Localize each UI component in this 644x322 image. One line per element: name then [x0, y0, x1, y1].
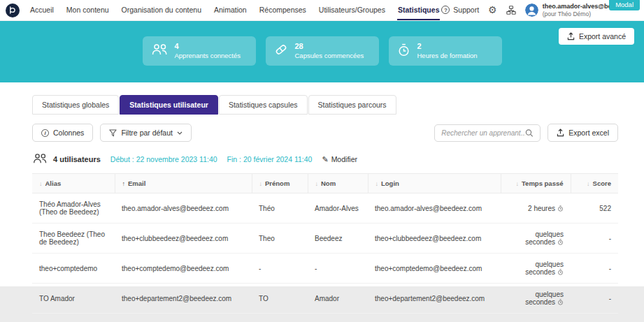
export-advanced-button[interactable]: Export avancé	[559, 28, 634, 45]
stat-card-learners: 4 Apprenants connectés	[143, 36, 256, 66]
table-row[interactable]: TO Amador theo+departement2@beedeez.com …	[32, 284, 618, 314]
info-icon: i	[41, 129, 49, 137]
cell-alias: TO Amador	[32, 284, 115, 314]
help-icon: ?	[441, 6, 450, 14]
sort-icon: ↑	[122, 180, 126, 187]
tab-statistiques-parcours[interactable]: Statistiques parcours	[308, 95, 396, 115]
cell-prenom: Theo	[252, 224, 308, 254]
cell-email: theo.amador-alves@beedeez.com	[115, 193, 252, 224]
stopwatch-icon	[557, 205, 564, 212]
tab-statistiques-utilisateur[interactable]: Statistiques utilisateur	[120, 95, 218, 115]
search-input[interactable]	[441, 129, 525, 137]
cell-score: -	[571, 284, 618, 314]
user-subtitle: (pour Théo Démo)	[543, 10, 634, 17]
sort-icon: ↓	[39, 180, 43, 187]
header-label: Prénom	[265, 180, 289, 187]
nav-accueil[interactable]: Accueil	[29, 0, 55, 20]
nav-utilisateurs-groupes[interactable]: Utilisateurs/Groupes	[318, 0, 386, 20]
tab-statistiques-capsules[interactable]: Statistiques capsules	[219, 95, 308, 115]
cell-prenom: TO	[252, 284, 308, 314]
modify-link[interactable]: ✎ Modifier	[322, 155, 357, 164]
cell-score: -	[571, 224, 618, 254]
users-stats-table: ↓Alias ↑Email ↓Prénom ↓Nom ↓Login ↓Temps…	[32, 173, 618, 314]
header-prenom[interactable]: ↓Prénom	[252, 174, 308, 193]
toolbar-right: Export excel	[434, 124, 618, 142]
cell-score: 522	[571, 193, 618, 224]
sort-icon: ↓	[259, 180, 263, 187]
end-date: Fin : 20 février 2024 11:40	[227, 155, 313, 163]
modal-badge[interactable]: Modal	[609, 0, 640, 10]
stopwatch-icon	[557, 299, 564, 305]
tab-statistiques-globales[interactable]: Statistiques globales	[32, 95, 119, 115]
support-label: Support	[453, 6, 479, 14]
filter-button[interactable]: Filtre par défaut	[100, 124, 192, 142]
cell-score: -	[571, 254, 618, 284]
app-logo[interactable]	[6, 3, 20, 17]
sort-icon: ↓	[315, 180, 319, 187]
cell-nom: Amador-Alves	[308, 193, 368, 224]
table-header-row: ↓Alias ↑Email ↓Prénom ↓Nom ↓Login ↓Temps…	[32, 174, 618, 193]
columns-button[interactable]: i Colonnes	[32, 124, 93, 142]
search-box[interactable]	[434, 124, 541, 142]
header-label: Login	[381, 180, 399, 187]
settings-gear-icon[interactable]: ⚙	[488, 5, 497, 15]
nav-recompenses[interactable]: Récompenses	[259, 0, 307, 20]
cell-nom: Amador	[308, 284, 368, 314]
header-login[interactable]: ↓Login	[368, 174, 501, 193]
header-temps-passe[interactable]: ↓Temps passé	[501, 174, 571, 193]
stopwatch-icon	[557, 239, 564, 245]
cell-login: theo+comptedemo@beedeez.com	[368, 254, 501, 284]
export-excel-button[interactable]: Export excel	[548, 124, 618, 142]
cell-nom: -	[308, 254, 368, 284]
stat-card-capsules: 28 Capsules commencées	[266, 36, 379, 66]
cell-login: theo.amador-alves@beedeez.com	[368, 193, 501, 224]
nav-statistiques[interactable]: Statistiques	[397, 0, 441, 20]
stat-text: 28 Capsules commencées	[295, 42, 364, 60]
nav-organisation-du-contenu[interactable]: Organisation du contenu	[121, 0, 202, 20]
cell-alias: Théo Amador-Alves (Theo de Beedeez)	[32, 193, 115, 224]
stat-label: Apprenants connectés	[175, 52, 241, 60]
search-icon	[525, 129, 534, 138]
cell-email: theo+clubbeedeez@beedeez.com	[115, 224, 252, 254]
topbar-right: ? Support ⚙ theo.amador-alves@beedeez...	[441, 3, 637, 17]
cell-email: theo+comptedemo@beedeez.com	[115, 254, 252, 284]
org-chart-icon[interactable]	[506, 6, 516, 15]
header-alias[interactable]: ↓Alias	[32, 174, 115, 193]
capsule-icon	[274, 43, 288, 59]
header-label: Temps passé	[522, 180, 564, 187]
users-icon-small	[32, 154, 48, 165]
cell-temps: quelques secondes	[501, 254, 571, 284]
stat-text: 4 Apprenants connectés	[175, 42, 241, 60]
header-label: Email	[128, 180, 145, 187]
table-row[interactable]: Theo Beedeez (Theo de Beedeez) theo+club…	[32, 224, 618, 254]
stat-label: Capsules commencées	[295, 52, 364, 60]
stat-value: 4	[175, 42, 241, 52]
stats-tabs: Statistiques globales Statistiques utili…	[32, 95, 618, 115]
table-row[interactable]: theo+comptedemo theo+comptedemo@beedeez.…	[32, 254, 618, 284]
cell-temps: quelques secondes	[501, 224, 571, 254]
cell-temps: 2 heures	[501, 193, 571, 224]
nav-mon-contenu[interactable]: Mon contenu	[66, 0, 110, 20]
export-advanced-label: Export avancé	[579, 32, 626, 41]
upload-icon	[557, 129, 564, 137]
columns-label: Colonnes	[53, 129, 84, 137]
nav-animation[interactable]: Animation	[213, 0, 248, 20]
modify-label: Modifier	[331, 155, 357, 163]
header-score[interactable]: ↓Score	[571, 174, 618, 193]
cell-login: theo+departement2@beedeez.com	[368, 284, 501, 314]
sort-icon: ↓	[516, 180, 520, 187]
filter-icon	[109, 129, 117, 137]
header-email[interactable]: ↑Email	[115, 174, 252, 193]
cell-prenom: -	[252, 254, 308, 284]
header-label: Score	[593, 180, 611, 187]
header-label: Alias	[45, 180, 62, 187]
stat-text: 2 Heures de formation	[417, 42, 478, 60]
header-nom[interactable]: ↓Nom	[308, 174, 368, 193]
support-button[interactable]: ? Support	[441, 6, 479, 14]
stopwatch-icon	[557, 269, 564, 275]
avatar	[525, 3, 538, 17]
table-row[interactable]: Théo Amador-Alves (Theo de Beedeez) theo…	[32, 193, 618, 224]
cell-nom: Beedeez	[308, 224, 368, 254]
start-date: Début : 22 novembre 2023 11:40	[110, 155, 217, 163]
stat-cards: 4 Apprenants connectés 28 Capsules comme…	[0, 21, 644, 66]
